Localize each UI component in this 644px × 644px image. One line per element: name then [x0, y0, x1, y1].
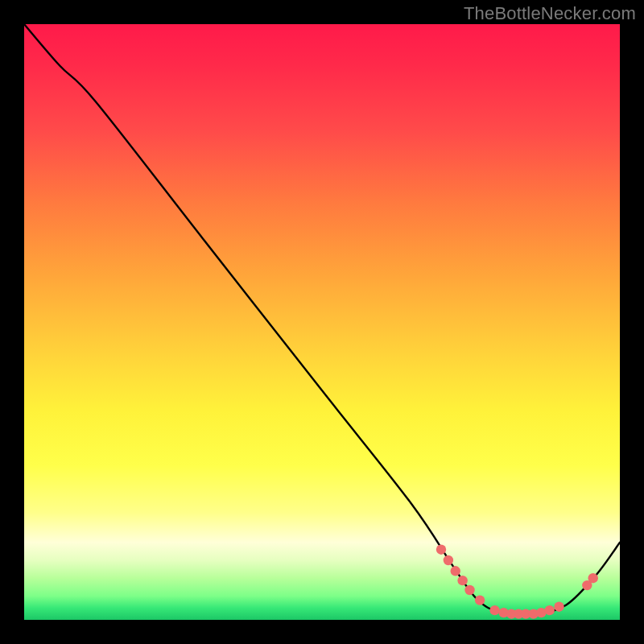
- data-marker: [464, 585, 474, 595]
- plot-frame: [24, 24, 620, 620]
- data-marker: [588, 573, 598, 583]
- marker-group: [436, 544, 598, 618]
- chart-svg: [24, 24, 620, 620]
- chart-stage: TheBottleNecker.com: [0, 0, 644, 644]
- data-marker: [489, 605, 499, 615]
- data-marker: [554, 602, 564, 612]
- data-marker: [475, 595, 485, 605]
- data-marker: [451, 566, 460, 576]
- data-marker: [544, 605, 554, 615]
- watermark-text: TheBottleNecker.com: [464, 3, 636, 24]
- data-marker: [436, 544, 446, 554]
- data-marker: [457, 576, 467, 585]
- data-marker: [444, 555, 453, 565]
- bottleneck-curve: [24, 24, 620, 615]
